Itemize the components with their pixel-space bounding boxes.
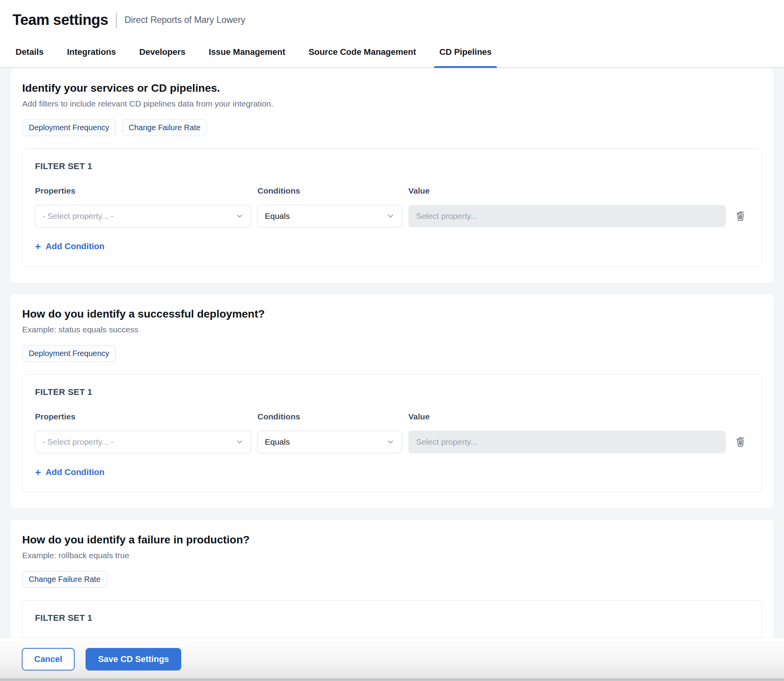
title-divider bbox=[116, 12, 117, 28]
section-heading: How do you identify a failure in product… bbox=[22, 534, 762, 546]
condition-select-value: Equals bbox=[265, 211, 290, 221]
chevron-down-icon bbox=[235, 212, 244, 220]
delete-condition-button[interactable] bbox=[732, 205, 749, 227]
delete-condition-button[interactable] bbox=[732, 431, 749, 453]
footer-bar: Cancel Save CD Settings bbox=[0, 637, 784, 681]
condition-select-value: Equals bbox=[265, 437, 290, 447]
filter-set-title: FILTER SET 1 bbox=[35, 613, 749, 623]
conditions-label: Conditions bbox=[257, 412, 402, 421]
badge-change-failure-rate: Change Failure Rate bbox=[122, 119, 207, 136]
filter-set-title: FILTER SET 1 bbox=[35, 161, 749, 171]
badge-row: Deployment Frequency Change Failure Rate bbox=[22, 119, 762, 136]
filter-set-card: FILTER SET 1 Properties Conditions Value… bbox=[22, 148, 762, 267]
property-select-placeholder: - Select property... - bbox=[42, 437, 114, 447]
property-select[interactable]: - Select property... - bbox=[35, 205, 251, 227]
main-content: Identify your services or CD pipelines. … bbox=[0, 68, 784, 681]
tab-cd-pipelines[interactable]: CD Pipelines bbox=[439, 38, 492, 67]
section-subtext: Example: status equals success bbox=[22, 325, 762, 334]
page-header: Team settings Direct Reports of Mary Low… bbox=[0, 0, 784, 38]
cancel-button[interactable]: Cancel bbox=[22, 648, 75, 671]
add-condition-button[interactable]: + Add Condition bbox=[35, 467, 105, 477]
filter-controls-row: - Select property... - Equals bbox=[35, 205, 749, 227]
section-successful-deployment: How do you identify a successful deploym… bbox=[10, 294, 774, 509]
add-condition-button[interactable]: + Add Condition bbox=[35, 241, 105, 251]
add-condition-label: Add Condition bbox=[46, 241, 105, 251]
badge-change-failure-rate: Change Failure Rate bbox=[22, 571, 107, 588]
badge-deployment-frequency: Deployment Frequency bbox=[22, 119, 116, 136]
save-cd-settings-button[interactable]: Save CD Settings bbox=[86, 648, 181, 671]
plus-icon: + bbox=[35, 241, 41, 251]
trash-icon bbox=[735, 210, 746, 223]
chevron-down-icon bbox=[386, 438, 395, 446]
filter-set-card: FILTER SET 1 Properties Conditions Value… bbox=[22, 374, 762, 492]
chevron-down-icon bbox=[386, 212, 395, 220]
filter-labels-row: Properties Conditions Value bbox=[35, 186, 749, 196]
tab-source-code-management[interactable]: Source Code Management bbox=[309, 38, 416, 67]
tab-developers[interactable]: Developers bbox=[139, 38, 186, 67]
tab-integrations[interactable]: Integrations bbox=[67, 38, 116, 67]
chevron-down-icon bbox=[235, 438, 244, 446]
value-field-wrap bbox=[408, 431, 726, 453]
badge-row: Change Failure Rate bbox=[22, 571, 762, 588]
condition-select[interactable]: Equals bbox=[257, 431, 402, 453]
plus-icon: + bbox=[35, 467, 41, 477]
filter-labels-row: Properties Conditions Value bbox=[35, 412, 749, 421]
properties-label: Properties bbox=[35, 412, 251, 421]
property-select[interactable]: - Select property... - bbox=[35, 431, 251, 453]
properties-label: Properties bbox=[35, 186, 251, 196]
team-settings-page: Team settings Direct Reports of Mary Low… bbox=[0, 0, 784, 681]
conditions-label: Conditions bbox=[257, 186, 402, 196]
footer-bottom-strip bbox=[0, 678, 784, 681]
section-heading: How do you identify a successful deploym… bbox=[22, 308, 762, 320]
badge-deployment-frequency: Deployment Frequency bbox=[22, 345, 116, 362]
page-subtitle: Direct Reports of Mary Lowery bbox=[124, 15, 245, 25]
value-label: Value bbox=[408, 412, 726, 421]
value-label: Value bbox=[408, 186, 726, 196]
page-title: Team settings bbox=[12, 12, 108, 28]
value-input[interactable] bbox=[408, 431, 726, 453]
filter-set-title: FILTER SET 1 bbox=[35, 387, 749, 397]
section-subtext: Example: rollback equals true bbox=[22, 551, 762, 560]
tab-issue-management[interactable]: Issue Management bbox=[209, 38, 285, 67]
section-subtext: Add filters to include relevant CD pipel… bbox=[22, 99, 762, 108]
tab-bar: Details Integrations Developers Issue Ma… bbox=[0, 38, 784, 68]
filter-controls-row: - Select property... - Equals bbox=[35, 431, 749, 453]
add-condition-label: Add Condition bbox=[46, 467, 105, 477]
section-heading: Identify your services or CD pipelines. bbox=[22, 82, 762, 94]
value-field-wrap bbox=[408, 205, 726, 227]
section-identify-services: Identify your services or CD pipelines. … bbox=[10, 68, 774, 283]
trash-icon bbox=[735, 435, 746, 449]
condition-select[interactable]: Equals bbox=[257, 205, 402, 227]
tab-details[interactable]: Details bbox=[16, 38, 44, 67]
property-select-placeholder: - Select property... - bbox=[42, 211, 114, 221]
badge-row: Deployment Frequency bbox=[22, 345, 762, 362]
value-input[interactable] bbox=[408, 205, 726, 227]
footer-buttons: Cancel Save CD Settings bbox=[0, 638, 784, 671]
